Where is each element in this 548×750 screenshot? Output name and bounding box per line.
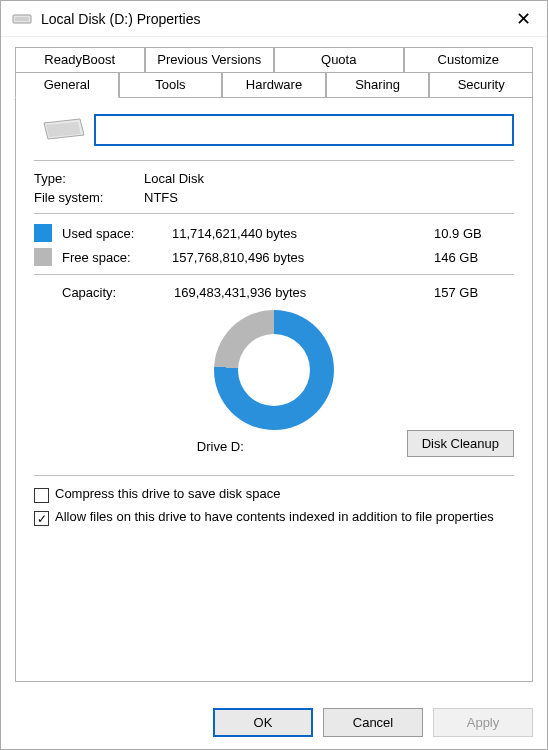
free-space-bytes: 157,768,810,496 bytes <box>172 250 434 265</box>
usage-pie-chart <box>214 310 334 430</box>
filesystem-value: NTFS <box>144 190 514 205</box>
properties-dialog: Local Disk (D:) Properties ✕ ReadyBoost … <box>0 0 548 750</box>
divider <box>34 475 514 476</box>
index-checkbox[interactable]: ✓ <box>34 511 49 526</box>
tab-sharing[interactable]: Sharing <box>326 73 430 98</box>
capacity-gb: 157 GB <box>434 285 514 300</box>
used-swatch-icon <box>34 224 52 242</box>
close-button[interactable]: ✕ <box>503 5 543 33</box>
free-space-gb: 146 GB <box>434 250 514 265</box>
titlebar: Local Disk (D:) Properties ✕ <box>1 1 547 37</box>
divider <box>34 274 514 275</box>
capacity-label: Capacity: <box>34 285 174 300</box>
cancel-button[interactable]: Cancel <box>323 708 423 737</box>
tab-security[interactable]: Security <box>429 73 533 98</box>
drive-caption: Drive D: <box>34 439 407 454</box>
tab-quota[interactable]: Quota <box>274 47 404 73</box>
drive-icon <box>11 8 33 30</box>
tab-tools[interactable]: Tools <box>119 73 223 98</box>
tab-strip: ReadyBoost Previous Versions Quota Custo… <box>15 47 533 98</box>
capacity-bytes: 169,483,431,936 bytes <box>174 285 434 300</box>
used-space-gb: 10.9 GB <box>434 226 514 241</box>
divider <box>34 160 514 161</box>
divider <box>34 213 514 214</box>
general-panel: Type: Local Disk File system: NTFS Used … <box>15 98 533 682</box>
type-label: Type: <box>34 171 144 186</box>
free-space-label: Free space: <box>62 250 172 265</box>
tab-previous-versions[interactable]: Previous Versions <box>145 47 275 73</box>
index-label: Allow files on this drive to have conten… <box>55 509 494 524</box>
used-space-label: Used space: <box>62 226 172 241</box>
volume-label-input[interactable] <box>94 114 514 146</box>
window-title: Local Disk (D:) Properties <box>41 11 503 27</box>
drive-large-icon <box>34 115 94 145</box>
tab-customize[interactable]: Customize <box>404 47 534 73</box>
type-value: Local Disk <box>144 171 514 186</box>
compress-checkbox[interactable] <box>34 488 49 503</box>
used-space-bytes: 11,714,621,440 bytes <box>172 226 434 241</box>
close-icon: ✕ <box>516 8 531 30</box>
tab-hardware[interactable]: Hardware <box>222 73 326 98</box>
free-swatch-icon <box>34 248 52 266</box>
content-area: ReadyBoost Previous Versions Quota Custo… <box>1 37 547 696</box>
tab-readyboost[interactable]: ReadyBoost <box>15 47 145 73</box>
disk-cleanup-button[interactable]: Disk Cleanup <box>407 430 514 457</box>
svg-rect-1 <box>15 17 29 21</box>
tab-general[interactable]: General <box>15 73 119 98</box>
filesystem-label: File system: <box>34 190 144 205</box>
compress-label: Compress this drive to save disk space <box>55 486 280 501</box>
apply-button[interactable]: Apply <box>433 708 533 737</box>
action-bar: OK Cancel Apply <box>1 696 547 749</box>
ok-button[interactable]: OK <box>213 708 313 737</box>
